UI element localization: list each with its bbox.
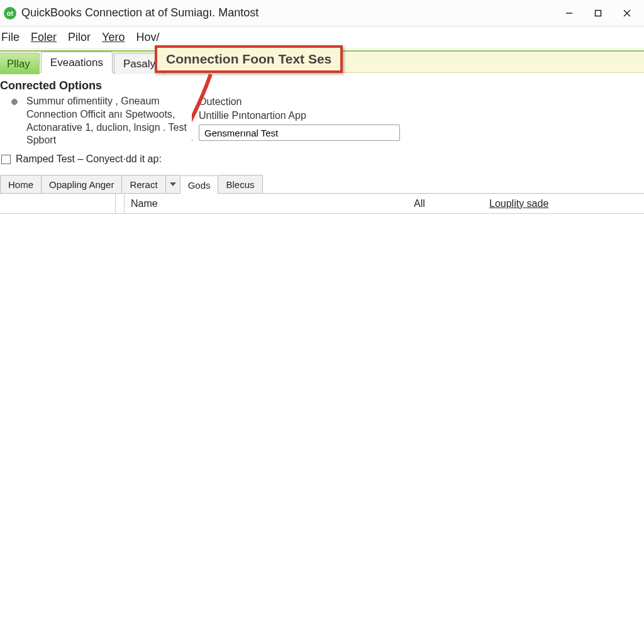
column-header-all[interactable]: All [408, 194, 483, 213]
app-icon: ot [4, 7, 16, 19]
window-controls [555, 3, 641, 23]
menu-foler[interactable]: Foler [31, 31, 57, 44]
options-row: Summur ofimentiity , Gneaum Connection O… [13, 95, 643, 147]
subtab-blecus[interactable]: Blecus [218, 175, 262, 193]
subtab-opapling[interactable]: Opapling Anger [41, 175, 122, 193]
window-title: QuickBooks Connection at of Sumiagı. Man… [21, 6, 258, 19]
main-tabstrip-wrap: Pllay Eveaations Pasaly Connection Foon … [0, 49, 644, 74]
connected-options-section: Conrected Options Summur ofimentiity , G… [0, 74, 644, 171]
close-icon [623, 9, 631, 17]
menu-file[interactable]: File [1, 31, 19, 44]
subtab-react[interactable]: Rerаct [121, 175, 165, 193]
app-label: Untillie Pıntonartion App [199, 109, 400, 123]
grid-body [0, 214, 644, 629]
callout-box: Connection Foon Text Ses [155, 45, 343, 73]
maximize-icon [594, 9, 602, 17]
ramped-test-checkbox[interactable] [1, 155, 11, 164]
menu-yero[interactable]: Yero [102, 31, 125, 44]
grid-header: Name All Louplity sade [0, 194, 644, 214]
grid-header-spacer2 [116, 194, 125, 213]
option-right-column: Outection Untillie Pıntonartion App [199, 95, 400, 141]
ramped-test-row: Ramped Test – Conyect·dd it ap: [1, 153, 643, 165]
sub-tabstrip: Home Opapling Anger Rerаct Gods Blecus [0, 175, 644, 194]
tab-evaluations[interactable]: Eveaations [41, 52, 113, 73]
outection-label: Outection [199, 95, 400, 109]
ramped-test-label: Ramped Test – Conyect·dd it ap: [16, 153, 162, 165]
subtab-dropdown[interactable] [165, 175, 180, 193]
close-button[interactable] [613, 3, 641, 23]
column-header-name[interactable]: Name [125, 194, 408, 213]
subtab-home[interactable]: Home [0, 175, 42, 193]
svg-rect-1 [596, 10, 601, 16]
minimize-icon [565, 9, 573, 17]
tab-play[interactable]: Pllay [0, 53, 40, 74]
menu-pilor[interactable]: Pilor [68, 31, 91, 44]
menu-hov[interactable]: Hov/ [136, 31, 159, 44]
test-name-input[interactable] [199, 125, 400, 141]
column-header-locality[interactable]: Louplity sade [483, 194, 644, 213]
minimize-button[interactable] [555, 3, 584, 23]
maximize-button[interactable] [584, 3, 613, 23]
chevron-down-icon [170, 182, 176, 186]
grid-header-spacer [0, 194, 116, 213]
title-bar: ot QuickBooks Connection at of Sumiagı. … [0, 0, 644, 26]
option-description: Summur ofimentiity , Gneaum Connection O… [26, 95, 190, 147]
section-title: Conrected Options [0, 79, 643, 92]
subtab-gods[interactable]: Gods [180, 175, 219, 194]
bullet-icon [11, 99, 18, 105]
